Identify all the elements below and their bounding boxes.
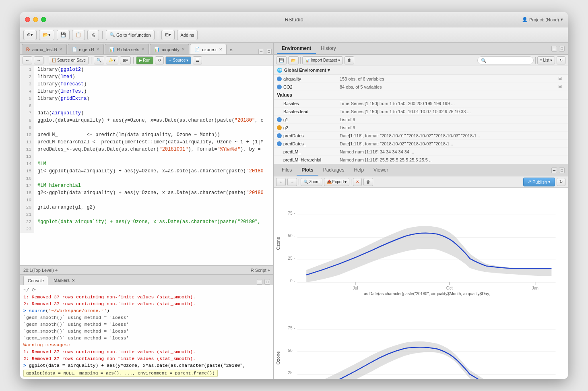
ed-sep2 (91, 57, 91, 64)
clear-env-btn[interactable]: 🗑 (345, 56, 354, 64)
console-dir: ~/ ⟳ (23, 287, 270, 294)
env-load-btn[interactable]: 📂 (288, 56, 299, 64)
svg-text:25 -: 25 - (288, 256, 295, 261)
env-save-btn[interactable]: 💾 (276, 56, 287, 64)
env-sep2 (535, 57, 536, 64)
tab-close-eigen[interactable]: ✕ (96, 47, 99, 52)
console-minimize[interactable]: ─ (257, 279, 262, 285)
search-btn[interactable]: 🔍 (94, 56, 104, 64)
tab-airquality[interactable]: 📊 airquality ✕ (150, 44, 189, 54)
plots-sep2 (351, 179, 351, 185)
tab-close-ozone[interactable]: ✕ (219, 47, 222, 52)
source-save-btn[interactable]: 📋 Source on Save (49, 56, 89, 64)
tab-files[interactable]: Files (277, 165, 297, 176)
tab-console[interactable]: Console (23, 276, 48, 285)
close-button[interactable] (25, 17, 30, 22)
titlebar: RStudio 👤 Project: (None) ▾ (20, 12, 568, 27)
code-level[interactable]: (Top Level) ÷ (32, 268, 58, 273)
line-13: 13 (20, 153, 273, 160)
source-btn[interactable]: → Source ▾ (165, 56, 192, 64)
broom-btn[interactable]: 🗑 (363, 178, 373, 186)
console-tooltip: ggplot(data = NULL, mapping = aes(), ...… (23, 370, 270, 377)
predlm-value: Named num [1:116] 34 34 34 34 34 ... (340, 149, 565, 154)
preddates-dot (277, 133, 282, 138)
line-1: 1 library(ggplot2) (20, 66, 273, 73)
plots-back-btn[interactable]: ← (276, 178, 286, 186)
panel-minimize-btn[interactable]: ─ (258, 49, 264, 54)
maximize-button[interactable] (41, 17, 46, 22)
tab-plots[interactable]: Plots (297, 165, 318, 176)
panel-expand-btn[interactable]: □ (266, 49, 272, 54)
project-label[interactable]: Project: (None) (529, 17, 559, 22)
tab-help[interactable]: Help (349, 165, 369, 176)
plots-expand[interactable]: □ (559, 168, 565, 173)
tab-eigen[interactable]: 📄 eigen.R ✕ (68, 44, 104, 54)
save-all-btn[interactable]: 📋 (72, 30, 85, 40)
goto-btn[interactable]: 🔍 Go to file/function (106, 30, 155, 40)
export-btn[interactable]: 📤 Export ▾ (324, 178, 350, 186)
delete-plot-btn[interactable]: ✕ (353, 178, 362, 186)
tab-rscript[interactable]: R· arima_test.R ✕ (22, 44, 67, 54)
airquality-grid-icon[interactable]: ⊞ (558, 76, 565, 82)
tab-close-airquality[interactable]: ✕ (182, 47, 185, 52)
line-12: 12 predDates_<-seq.Date(as.Date(as.chara… (20, 146, 273, 153)
co2-grid-icon[interactable]: ⊞ (558, 84, 565, 90)
editor-tabs-bar: R· arima_test.R ✕ 📄 eigen.R ✕ 📊 R data s… (20, 43, 273, 55)
save-btn[interactable]: 💾 (57, 30, 70, 40)
format-btn[interactable]: ⊞▾ (120, 56, 131, 64)
tab-viewer[interactable]: Viewer (369, 165, 393, 176)
print-btn[interactable]: 🖨 (87, 30, 99, 40)
forward-btn[interactable]: → (34, 56, 43, 64)
tab-markers[interactable]: Markers ✕ (50, 276, 79, 285)
minimize-button[interactable] (33, 17, 38, 22)
console-expand[interactable]: □ (264, 279, 270, 285)
publish-btn[interactable]: ↗ Publish ▾ (523, 178, 555, 186)
rerun-btn[interactable]: ↻ (155, 56, 164, 64)
grid-btn[interactable]: ⊞▾ (161, 30, 175, 40)
list-view-btn[interactable]: ≡ List ▾ (537, 56, 555, 64)
env-minimize[interactable]: ─ (551, 46, 557, 52)
tab-ozone[interactable]: 📄 ozone.r ✕ (190, 44, 227, 54)
env-row-airquality[interactable]: airquality 153 obs. of 6 variables ⊞ (274, 75, 568, 83)
chart1-group: Ozone 0 - 25 - 50 - 75 - (276, 192, 559, 297)
tab-close-rdatasets[interactable]: ✕ (141, 47, 144, 52)
env-expand[interactable]: □ (559, 46, 565, 52)
plots-minimize[interactable]: ─ (551, 168, 557, 173)
svg-text:75 -: 75 - (288, 326, 295, 330)
console-warn4: 2: Removed 37 rows containing non-finite… (23, 355, 270, 362)
predlm-name: predLM_ (283, 149, 340, 154)
console-output[interactable]: ~/ ⟳ 1: Removed 37 rows containing non-f… (20, 285, 273, 379)
zoom-btn[interactable]: 🔍 Zoom (301, 178, 322, 186)
markers-close[interactable]: ✕ (72, 278, 75, 283)
tab-environment[interactable]: Environment (277, 43, 316, 54)
options-btn[interactable]: ☰ (193, 56, 202, 64)
tab-rdatasets[interactable]: 📊 R data sets ✕ (105, 44, 149, 54)
chart1-y-label: Ozone (276, 237, 281, 250)
addins-btn[interactable]: Addins (177, 30, 198, 40)
project-chevron[interactable]: ▾ (561, 17, 563, 22)
line-2: 2 library(lme4) (20, 73, 273, 81)
back-btn[interactable]: ← (23, 56, 32, 64)
new-file-btn[interactable]: ⊕▾ (23, 30, 37, 40)
editor-status-bar: 20:1 (Top Level) ÷ R Script ÷ (20, 265, 273, 274)
run-btn[interactable]: ▶ Run (136, 56, 153, 64)
tab-packages[interactable]: Packages (318, 165, 349, 176)
import-dataset-btn[interactable]: 📊 Import Dataset ▾ (302, 56, 343, 64)
magic-btn[interactable]: ✨▾ (106, 56, 118, 64)
tab-history[interactable]: History (316, 43, 340, 54)
script-type[interactable]: R Script ÷ (251, 268, 270, 273)
env-row-co2[interactable]: CO2 84 obs. of 5 variables ⊞ (274, 83, 568, 91)
env-search[interactable] (477, 56, 534, 64)
open-btn[interactable]: 📂▾ (39, 30, 54, 40)
env-row-predlm-hier: predLM_hierarchial Named num [1:116] 25.… (274, 156, 568, 164)
plots-refresh-btn[interactable]: ↻ (557, 178, 565, 186)
tab-close-arima[interactable]: ✕ (59, 47, 62, 52)
co2-dot (277, 85, 282, 89)
more-tabs-btn[interactable]: » (227, 45, 235, 54)
env-row-bjsales: BJsales Time-Series [1:150] from 1 to 15… (274, 99, 568, 108)
code-editor[interactable]: 1 library(ggplot2) 2 library(lme4) 3 lib… (20, 66, 273, 265)
plots-forward-btn[interactable]: → (287, 178, 297, 186)
env-refresh-btn[interactable]: ↻ (557, 56, 565, 64)
line-11: 11 predLM_hierarchial <- predict(lmerTes… (20, 139, 273, 146)
env-table: airquality 153 obs. of 6 variables ⊞ CO2… (274, 75, 568, 164)
